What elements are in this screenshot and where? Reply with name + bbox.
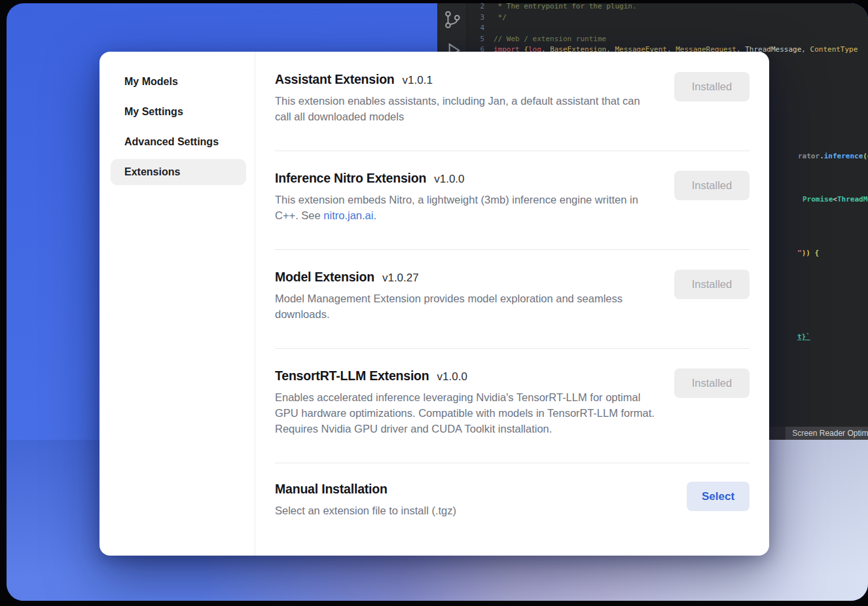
extension-row: Inference Nitro Extensionv1.0.0This exte… <box>275 151 750 250</box>
extension-description: This extension embeds Nitro, a lightweig… <box>275 192 655 223</box>
code-fragment: Promise<ThreadMessage> <box>803 195 868 204</box>
extension-row: Manual InstallationSelect an extension f… <box>275 463 750 531</box>
extension-name: Assistant Extensionv1.0.1 <box>275 72 655 87</box>
extension-row: TensortRT-LLM Extensionv1.0.0Enables acc… <box>275 349 750 463</box>
desktop-wallpaper: 2 * The entrypoint for the plugin.3 */45… <box>7 3 868 601</box>
extension-version: v1.0.1 <box>403 74 433 86</box>
code-token: rator <box>798 152 820 160</box>
extension-text: TensortRT-LLM Extensionv1.0.0Enables acc… <box>275 368 655 437</box>
code-token: t}` <box>797 332 810 341</box>
code-fragment: ")) { <box>797 249 819 258</box>
nitro-link[interactable]: nitro.jan.ai. <box>323 209 376 221</box>
code-token: { <box>810 249 819 257</box>
screen-reader-badge[interactable]: Screen Reader Optimize <box>786 427 868 440</box>
extension-name: Model Extensionv1.0.27 <box>275 270 655 285</box>
extension-description: Enables accelerated inference leveraging… <box>275 389 655 437</box>
code-token: * The entrypoint for the plugin. <box>494 3 637 10</box>
sidebar-item-extensions[interactable]: Extensions <box>111 159 246 185</box>
source-control-icon[interactable] <box>442 9 463 33</box>
extension-text: Manual InstallationSelect an extension f… <box>275 482 655 518</box>
extension-row: Model Extensionv1.0.27Model Management E… <box>275 250 750 349</box>
line-number: 4 <box>467 23 494 34</box>
installed-button[interactable]: Installed <box>674 171 750 200</box>
line-number: 5 <box>467 34 494 45</box>
code-token: */ <box>494 13 507 22</box>
code-token: ContentType <box>810 45 858 54</box>
code-token: , <box>801 45 810 54</box>
select-button[interactable]: Select <box>687 482 750 511</box>
line-number: 2 <box>467 3 494 12</box>
code-token: " <box>797 249 802 257</box>
code-line: 5// Web / extension runtime <box>467 34 868 45</box>
extension-name: TensortRT-LLM Extensionv1.0.0 <box>275 368 655 383</box>
extension-description: Model Management Extension provides mode… <box>275 291 655 322</box>
code-token: // Web / extension runtime <box>494 35 606 43</box>
code-token: ThreadMessage <box>837 195 868 204</box>
code-token: . <box>820 152 824 160</box>
sidebar-item-advanced-settings[interactable]: Advanced Settings <box>111 129 246 155</box>
extension-version: v1.0.27 <box>382 272 419 284</box>
extension-description: This extension enables assistants, inclu… <box>275 93 655 124</box>
extensions-list: Assistant Extensionv1.0.1This extension … <box>255 52 769 556</box>
extension-name: Manual Installation <box>275 482 655 497</box>
jan-settings-modal: My ModelsMy SettingsAdvanced SettingsExt… <box>99 52 769 556</box>
extension-version: v1.0.0 <box>434 173 464 185</box>
installed-button[interactable]: Installed <box>674 72 750 101</box>
code-token: Promise <box>803 195 833 204</box>
code-line: 4 <box>467 23 868 34</box>
extension-name: Inference Nitro Extensionv1.0.0 <box>275 171 655 186</box>
extension-version: v1.0.0 <box>437 370 467 383</box>
installed-button[interactable]: Installed <box>674 368 750 398</box>
code-token: )) <box>802 249 810 257</box>
code-token: inference <box>824 152 863 160</box>
extension-description: Select an extension file to install (.tg… <box>275 503 655 518</box>
sidebar-item-my-models[interactable]: My Models <box>111 69 246 95</box>
installed-button[interactable]: Installed <box>674 270 750 299</box>
code-line: 2 * The entrypoint for the plugin. <box>467 3 868 12</box>
extension-text: Model Extensionv1.0.27Model Management E… <box>275 270 655 322</box>
code-lines: 2 * The entrypoint for the plugin.3 */45… <box>467 3 868 56</box>
extension-text: Inference Nitro Extensionv1.0.0This exte… <box>275 171 655 223</box>
code-fragment: rator.inference(data)); <box>798 152 868 161</box>
code-token: < <box>833 195 837 204</box>
line-number: 3 <box>467 12 494 24</box>
extension-row: Assistant Extensionv1.0.1This extension … <box>275 52 750 151</box>
sidebar-item-my-settings[interactable]: My Settings <box>111 99 246 125</box>
settings-sidebar: My ModelsMy SettingsAdvanced SettingsExt… <box>99 52 255 556</box>
code-line: 3 */ <box>467 12 868 24</box>
code-fragment: t}` <box>797 332 810 342</box>
code-token: ( <box>863 152 867 160</box>
extension-text: Assistant Extensionv1.0.1This extension … <box>275 72 655 124</box>
